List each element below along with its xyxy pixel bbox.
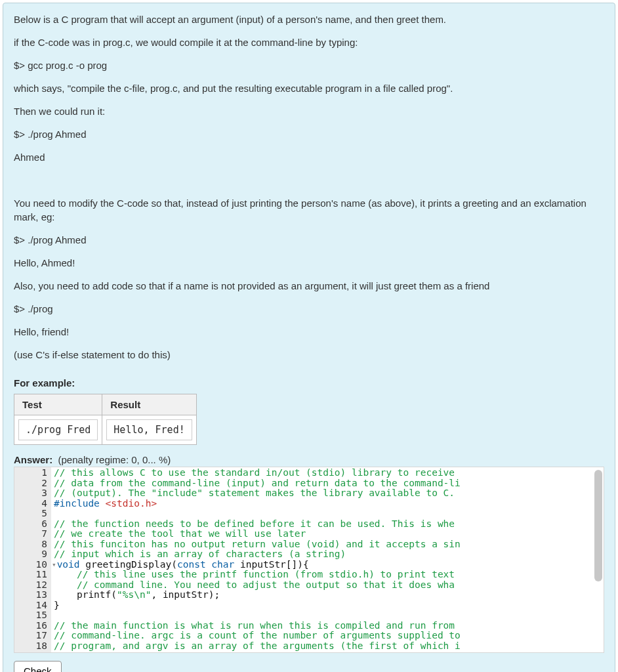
gutter-line-number: 6: [14, 519, 47, 530]
code-token: // command-line. argc is a count of the …: [54, 630, 461, 640]
qtext-line: if the C-code was in prog.c, we would co…: [14, 35, 604, 49]
penalty-regime-text: (penalty regime: 0, 0... %): [58, 454, 171, 465]
code-editor[interactable]: 123456789101112131415161718 // this allo…: [14, 467, 604, 653]
example-header-result: Result: [102, 394, 196, 415]
editor-gutter: 123456789101112131415161718: [14, 467, 51, 652]
code-line[interactable]: #include <stdio.h>: [54, 499, 604, 509]
gutter-line-number: 18: [14, 641, 47, 652]
gutter-line-number: 11: [14, 570, 47, 580]
question-text: Below is a C program that will accept an…: [14, 12, 604, 362]
code-line[interactable]: // data from the command-line (input) an…: [54, 478, 604, 489]
qtext-line: Below is a C program that will accept an…: [14, 12, 604, 26]
code-token: <stdio.h>: [106, 498, 157, 509]
code-token: }: [54, 600, 60, 610]
editor-code-area[interactable]: // this allows C to use the standard in/…: [51, 467, 604, 652]
code-token: void: [57, 559, 86, 570]
code-line[interactable]: // the function needs to be defined befo…: [54, 519, 604, 530]
qtext-line: (use C's if-else statement to do this): [14, 348, 604, 362]
gutter-line-number: 10: [14, 560, 47, 570]
gutter-line-number: 13: [14, 590, 47, 600]
gutter-line-number: 4: [14, 499, 47, 509]
gutter-line-number: 5: [14, 509, 47, 519]
code-token: // this allows C to use the standard in/…: [54, 467, 455, 478]
code-token: // command line. You need to adjust the …: [54, 579, 455, 590]
code-token: // the function needs to be defined befo…: [54, 518, 455, 529]
code-line[interactable]: }: [54, 600, 604, 611]
answer-label-row: Answer: (penalty regime: 0, 0... %): [14, 454, 604, 465]
qtext-line: which says, "compile the c-file, prog.c,…: [14, 81, 604, 95]
qtext-line: $> ./prog Ahmed: [14, 233, 604, 247]
gutter-line-number: 16: [14, 621, 47, 631]
qtext-line: Also, you need to add code so that if a …: [14, 279, 604, 293]
code-token: inputStr[]){: [240, 559, 309, 570]
gutter-line-number: 2: [14, 478, 47, 489]
table-row: ./prog Fred Hello, Fred!: [14, 415, 197, 445]
code-token: "%s\n": [117, 589, 151, 600]
gutter-line-number: 3: [14, 488, 47, 499]
code-token: greetingDisplay(: [85, 559, 177, 570]
code-token: // data from the command-line (input) an…: [54, 478, 461, 488]
gutter-line-number: 14: [14, 600, 47, 611]
code-token: // (output). The "include" statement mak…: [54, 488, 455, 498]
code-token: printf(: [54, 589, 117, 600]
code-line[interactable]: // this allows C to use the standard in/…: [54, 468, 604, 478]
gutter-line-number: 7: [14, 529, 47, 539]
qtext-line: You need to modify the C-code so that, i…: [14, 196, 604, 224]
gutter-line-number: 9: [14, 549, 47, 560]
qtext-line: $> ./prog: [14, 302, 604, 316]
gutter-line-number: 8: [14, 539, 47, 550]
example-test-cell: ./prog Fred: [18, 419, 98, 440]
check-button[interactable]: Check: [14, 661, 62, 672]
code-line[interactable]: // program, and argv is an array of the …: [54, 641, 604, 652]
scrollbar-thumb[interactable]: [594, 470, 602, 581]
code-token: // program, and argv is an array of the …: [54, 640, 461, 651]
code-line[interactable]: // input which is an array of characters…: [54, 549, 604, 560]
code-token: // input which is an array of characters…: [54, 549, 346, 559]
editor-scrollbar[interactable]: [594, 470, 602, 648]
code-line[interactable]: // this funciton has no output return va…: [54, 539, 604, 550]
code-line[interactable]: // (output). The "include" statement mak…: [54, 488, 604, 499]
code-token: const char: [177, 559, 240, 570]
code-line[interactable]: [54, 509, 604, 519]
fold-chevron-icon[interactable]: ▾: [52, 560, 56, 570]
code-token: // this line uses the printf function (f…: [54, 569, 455, 579]
gutter-line-number: 17: [14, 631, 47, 641]
code-token: // this funciton has no output return va…: [54, 539, 461, 549]
code-token: // we create the tool that we will use l…: [54, 528, 306, 539]
gutter-line-number: 12: [14, 580, 47, 591]
code-line[interactable]: [54, 610, 604, 621]
qtext-line: $> ./prog Ahmed: [14, 127, 604, 141]
example-table: Test Result ./prog Fred Hello, Fred!: [14, 394, 197, 445]
answer-label: Answer:: [14, 454, 52, 465]
code-token: // the main function is what is run when…: [54, 620, 455, 631]
code-token: , inputStr);: [151, 589, 220, 600]
question-container: Below is a C program that will accept an…: [3, 3, 615, 672]
example-header-test: Test: [14, 394, 102, 415]
code-line[interactable]: // command-line. argc is a count of the …: [54, 631, 604, 641]
code-line[interactable]: printf("%s\n", inputStr);: [54, 590, 604, 600]
gutter-line-number: 1: [14, 468, 47, 478]
code-token: #include: [54, 498, 106, 509]
qtext-line: Hello, friend!: [14, 325, 604, 339]
code-line[interactable]: ▾void greetingDisplay(const char inputSt…: [54, 560, 604, 570]
qtext-line: Hello, Ahmed!: [14, 256, 604, 270]
code-line[interactable]: // this line uses the printf function (f…: [54, 570, 604, 580]
qtext-line: $> gcc prog.c -o prog: [14, 58, 604, 72]
code-line[interactable]: // command line. You need to adjust the …: [54, 580, 604, 591]
example-result-cell: Hello, Fred!: [106, 419, 192, 440]
qtext-line: Ahmed: [14, 150, 604, 164]
code-line[interactable]: // we create the tool that we will use l…: [54, 529, 604, 539]
qtext-blank: [14, 173, 604, 187]
gutter-line-number: 15: [14, 610, 47, 621]
code-line[interactable]: // the main function is what is run when…: [54, 621, 604, 631]
qtext-line: Then we could run it:: [14, 104, 604, 118]
example-heading: For example:: [14, 377, 604, 388]
